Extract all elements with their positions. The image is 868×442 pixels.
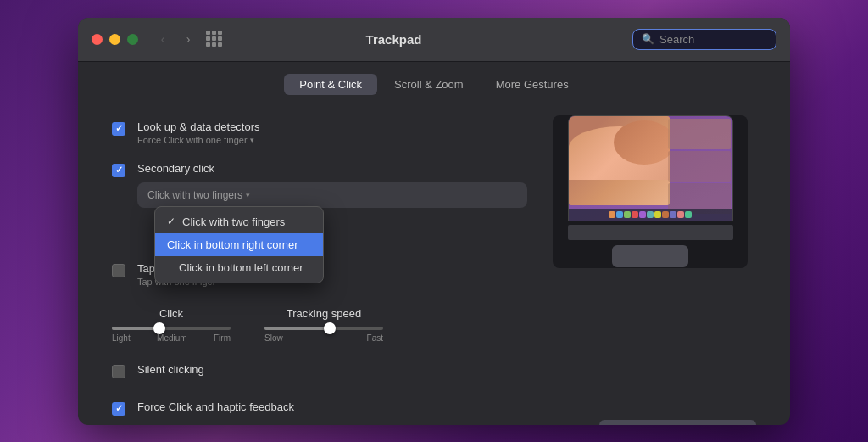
- click-slider-max: Firm: [214, 333, 231, 343]
- click-slider-thumb[interactable]: [153, 322, 165, 334]
- check-icon: ✓: [115, 123, 123, 134]
- lookup-checkbox[interactable]: ✓: [112, 122, 125, 136]
- tab-scroll-zoom[interactable]: Scroll & Zoom: [379, 74, 479, 95]
- tracking-slider-group: Tracking speed Slow Fast: [264, 307, 383, 343]
- tab-point-click[interactable]: Point & Click: [284, 74, 377, 95]
- tracking-slider-labels: Slow Fast: [264, 333, 383, 343]
- back-button[interactable]: ‹: [152, 31, 174, 48]
- check-icon: ✓: [115, 165, 123, 176]
- check-icon: ✓: [115, 403, 123, 414]
- main-panel: Point & Click Scroll & Zoom More Gesture…: [78, 62, 790, 425]
- search-box[interactable]: 🔍 Search: [632, 29, 776, 50]
- force-click-setting: ✓ Force Click and haptic feedback: [112, 392, 527, 424]
- sliders-section: Click Light Medium Firm: [112, 295, 527, 351]
- dropdown-selected-value[interactable]: Click with two fingers ▾: [147, 189, 517, 201]
- lookup-label: Look up & data detectors Force Click wit…: [137, 120, 260, 145]
- bluetooth-trackpad-button[interactable]: Set Up Bluetooth Trackpad...: [599, 420, 756, 425]
- secondary-click-title: Secondary click: [137, 162, 214, 175]
- tab-more-gestures[interactable]: More Gestures: [481, 74, 584, 95]
- search-icon: 🔍: [642, 33, 654, 45]
- silent-clicking-setting: Silent clicking: [112, 355, 527, 387]
- dropdown-arrow-icon: ▾: [250, 136, 254, 144]
- secondary-click-setting: ✓ Secondary click: [112, 154, 527, 186]
- tracking-slider-title: Tracking speed: [264, 307, 383, 320]
- force-click-checkbox[interactable]: ✓: [112, 402, 125, 416]
- traffic-lights: [92, 34, 138, 45]
- main-window: ‹ › Trackpad 🔍 Search Point & Click Scro…: [78, 18, 790, 425]
- window-title: Trackpad: [155, 32, 632, 47]
- tracking-slider-max: Fast: [367, 333, 383, 343]
- lookup-subtitle: Force Click with one finger ▾: [137, 135, 260, 145]
- tracking-slider-fill: [264, 327, 330, 330]
- dropdown-arrow-icon: ▾: [246, 191, 250, 199]
- tracking-slider-rail: [264, 327, 383, 330]
- click-slider-group: Click Light Medium Firm: [112, 307, 231, 343]
- silent-clicking-checkbox[interactable]: [112, 365, 125, 378]
- titlebar: ‹ › Trackpad 🔍 Search: [78, 18, 790, 62]
- lookup-setting: ✓ Look up & data detectors Force Click w…: [112, 112, 527, 154]
- tracking-slider-thumb[interactable]: [324, 322, 336, 334]
- lookup-title: Look up & data detectors: [137, 120, 260, 133]
- dropdown-option-two-fingers[interactable]: Click with two fingers: [155, 210, 323, 233]
- tab-bar: Point & Click Scroll & Zoom More Gesture…: [78, 62, 790, 104]
- tap-click-checkbox[interactable]: [112, 264, 125, 277]
- click-slider-mid: Medium: [157, 333, 187, 343]
- maximize-button[interactable]: [127, 34, 138, 45]
- force-click-label: Force Click and haptic feedback: [137, 400, 294, 413]
- click-slider-rail: [112, 327, 231, 330]
- left-column: ✓ Look up & data detectors Force Click w…: [112, 112, 527, 425]
- secondary-click-section: Click with two fingers ▾ Click with two …: [137, 182, 527, 208]
- search-placeholder: Search: [659, 33, 694, 46]
- dropdown-option-bottom-right[interactable]: Click in bottom right corner: [155, 233, 323, 256]
- secondary-click-label: Secondary click: [137, 162, 214, 175]
- secondary-click-checkbox[interactable]: ✓: [112, 164, 125, 177]
- right-column: Set Up Bluetooth Trackpad...: [553, 112, 756, 425]
- dropdown-option-bottom-left[interactable]: Click in bottom left corner: [155, 256, 323, 279]
- click-slider-title: Click: [112, 307, 231, 320]
- settings-area: ✓ Look up & data detectors Force Click w…: [78, 104, 790, 425]
- tracking-slider-min: Slow: [264, 333, 283, 343]
- close-button[interactable]: [92, 34, 103, 45]
- silent-clicking-title: Silent clicking: [137, 363, 204, 376]
- trackpad-preview: [553, 115, 748, 268]
- tracking-slider-track: Slow Fast: [264, 327, 383, 343]
- click-slider-fill: [112, 327, 159, 330]
- bottom-settings: Silent clicking ✓ Force Click and haptic…: [112, 351, 527, 425]
- click-slider-labels: Light Medium Firm: [112, 333, 231, 343]
- minimize-button[interactable]: [109, 34, 120, 45]
- force-click-title: Force Click and haptic feedback: [137, 400, 294, 413]
- click-slider-min: Light: [112, 333, 131, 343]
- content-area: Point & Click Scroll & Zoom More Gesture…: [78, 62, 790, 425]
- dropdown-popup: Click with two fingers Click in bottom r…: [154, 206, 324, 283]
- click-slider-track: Light Medium Firm: [112, 327, 231, 343]
